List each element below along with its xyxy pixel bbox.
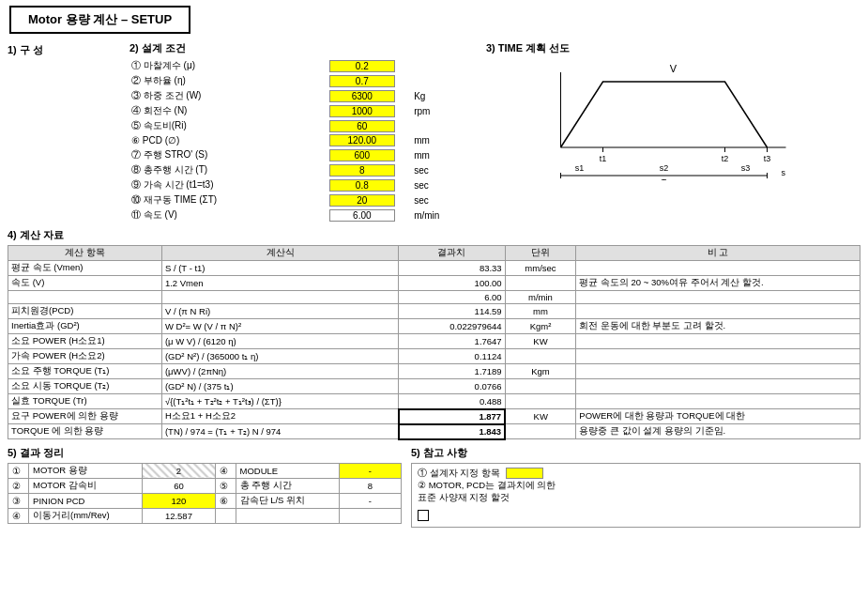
design-condition-row: ① 마찰계수 (μ)0.2 [129,58,477,73]
section-3-header: 3) TIME 계획 선도 [486,41,860,55]
svg-text:s2: s2 [660,163,669,173]
result-row: ④이동거리(mm/Rev)12.587 [8,508,402,523]
calc-formula: 1.2 Vmen [161,276,398,291]
condition-label: ⑩ 재구동 TIME (ΣT) [129,192,312,207]
result-value: 120 [143,493,215,508]
title-section: Motor 용량 계산 – SETUP [0,0,868,39]
section-2: 2) 설계 조건 ① 마찰계수 (μ)0.2② 부하율 (η)0.7③ 하중 조… [120,41,477,223]
section-5-result-header: 5) 결과 정리 [8,446,402,460]
design-condition-row: ② 부하율 (η)0.7 [129,73,477,88]
result-label: PINION PCD [29,493,143,508]
calc-row: 요구 POWER에 의한 용량H소요1 + H소요21.877KWPOWER에 … [8,409,860,424]
calc-item: 소요 주행 TORQUE (T₁) [8,364,162,379]
calc-item: Inertia효과 (GD²) [8,319,162,334]
calc-row: 소요 시동 TORQUE (T₂)(GD² N) / (375 t₁)0.076… [8,379,860,394]
calc-header-item: 계산 항목 [8,246,162,261]
calc-item: 소요 POWER (H소요1) [8,334,162,349]
result-num: ② [8,478,29,493]
design-condition-row: ⑩ 재구동 TIME (ΣT)20sec [129,192,477,207]
svg-text:s3: s3 [741,163,751,173]
note-line-2: ② MOTOR, PCD는 결과치에 의한 [418,480,854,492]
calc-row: 가속 POWER (H소요2)(GD² N²) / (365000 t₁ η)0… [8,349,860,364]
calc-unit: m/min [505,291,576,304]
calc-item: 실효 TORQUE (Tr) [8,394,162,409]
page-title: Motor 용량 계산 – SETUP [9,6,190,34]
section-1: 1) 구 성 [8,41,120,60]
condition-unit: sec [411,192,477,207]
condition-label: ⑨ 가속 시간 (t1=t3) [129,177,312,192]
calc-row: 6.00m/min [8,291,860,304]
calc-note [576,304,860,319]
calc-formula: (GD² N²) / (365000 t₁ η) [161,349,398,364]
result-value2: - [339,463,401,478]
calc-formula: S / (T - t1) [161,261,398,276]
note-line-3: 표준 사양재 지정 할것 [418,492,854,504]
calc-note: 용량중 큰 값이 설계 용량의 기준임. [576,424,860,439]
result-label: 이동거리(mm/Rev) [29,508,143,523]
calc-unit: Kgm² [505,319,576,334]
calc-item: 요구 POWER에 의한 용량 [8,409,162,424]
result-label: MOTOR 용량 [29,463,143,478]
result-label2: MODULE [236,463,339,478]
calc-result: 0.0766 [399,379,506,394]
calc-formula: (μ W V) / (6120 η) [161,334,398,349]
calc-formula: H소요1 + H소요2 [161,409,398,424]
calc-row: TORQUE 에 의한 용량(TN) / 974 = (T₁ + T₂) N /… [8,424,860,439]
calc-result: 1.7647 [399,334,506,349]
calc-row: Inertia효과 (GD²)W D²= W (V / π N)²0.02297… [8,319,860,334]
calc-row: 피치원경(PCD)V / (π N Ri)114.59mm [8,304,860,319]
svg-text:T: T [662,177,667,180]
condition-value: 0.2 [312,58,411,73]
calc-unit [505,394,576,409]
svg-text:s: s [782,168,786,177]
calc-unit [505,379,576,394]
result-num2: ⑤ [215,478,236,493]
calc-item [8,291,162,304]
calc-unit: mm [505,304,576,319]
result-value2: 8 [339,478,401,493]
calc-unit [505,424,576,439]
calc-row: 속도 (V)1.2 Vmen100.00평균 속도의 20 ~ 30%여유 주어… [8,276,860,291]
section-1-header: 1) 구 성 [8,43,120,57]
note-box: ① 설계자 지정 항목 ② MOTOR, PCD는 결과치에 의한 표준 사양재… [411,463,860,528]
result-num2: ⑥ [215,493,236,508]
result-num: ④ [8,508,29,523]
note-checkbox [418,510,854,523]
result-value2 [339,508,401,523]
condition-value: 60 [312,118,411,133]
condition-value: 8 [312,162,411,177]
calc-note: 회전 운동에 대한 부분도 고려 할것. [576,319,860,334]
calc-item: 가속 POWER (H소요2) [8,349,162,364]
condition-unit: Kg [411,88,477,103]
section-5-note-header: 5) 참고 사항 [411,446,860,460]
condition-label: ④ 회전수 (N) [129,103,312,118]
result-num: ③ [8,493,29,508]
calc-formula: √{(T₁²t₁ + T₂²t₂ + T₁²t₃) / (ΣT)} [161,394,398,409]
svg-text:t2: t2 [722,154,729,163]
condition-value: 0.8 [312,177,411,192]
condition-value: 120.00 [312,133,411,147]
calc-item: TORQUE 에 의한 용량 [8,424,162,439]
calc-note [576,379,860,394]
calc-note [576,394,860,409]
design-condition-row: ⑧ 총주행 시간 (T)8sec [129,162,477,177]
condition-unit: sec [411,162,477,177]
condition-value: 6.00 [312,207,411,223]
svg-text:t3: t3 [764,154,771,163]
calc-row: 소요 주행 TORQUE (T₁)(μWV) / (2πNη)1.7189Kgm [8,364,860,379]
condition-label: ⑪ 속도 (V) [129,207,312,223]
calc-header-unit: 단위 [505,246,576,261]
result-table: ①MOTOR 용량2④MODULE-②MOTOR 감속비60⑤총 주행 시간8③… [8,463,402,524]
calc-result: 1.877 [399,409,506,424]
calc-item: 속도 (V) [8,276,162,291]
calc-result: 1.7189 [399,364,506,379]
condition-value: 0.7 [312,73,411,88]
result-row: ②MOTOR 감속비60⑤총 주행 시간8 [8,478,402,493]
calc-note [576,349,860,364]
section-5-result: 5) 결과 정리 ①MOTOR 용량2④MODULE-②MOTOR 감속비60⑤… [8,446,402,528]
main-container: 1) 구 성 2) 설계 조건 ① 마찰계수 (μ)0.2② 부하율 (η)0.… [0,39,868,530]
calc-unit: KW [505,409,576,424]
condition-unit [411,58,477,73]
calc-row: 평균 속도 (Vmen)S / (T - t1)83.33mm/sec [8,261,860,276]
calc-formula: V / (π N Ri) [161,304,398,319]
